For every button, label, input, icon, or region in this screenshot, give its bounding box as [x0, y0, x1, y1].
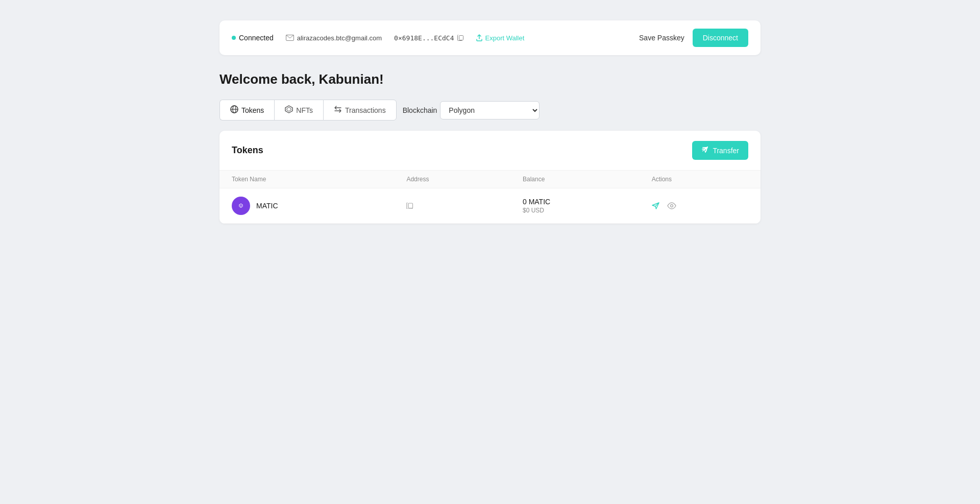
- top-bar: Connected alirazacodes.btc@gmail.com 0×6…: [219, 20, 761, 55]
- tokens-tab-label: Tokens: [241, 106, 264, 114]
- wallet-address-text: 0×6918E...ECdC4: [394, 34, 454, 42]
- save-passkey-button[interactable]: Save Passkey: [639, 34, 684, 42]
- nfts-tab-label: NFTs: [296, 106, 313, 114]
- table-header-row: Token Name Address Balance Actions: [219, 171, 761, 188]
- token-actions-cell: [640, 188, 761, 224]
- balance-usd: $0 USD: [523, 207, 627, 214]
- svg-marker-5: [285, 106, 292, 113]
- disconnect-button[interactable]: Disconnect: [693, 29, 748, 47]
- token-name-text: MATIC: [256, 202, 278, 210]
- col-balance: Balance: [510, 171, 640, 188]
- transactions-tab-label: Transactions: [345, 106, 386, 114]
- transfer-icon: [701, 146, 708, 155]
- col-actions: Actions: [640, 171, 761, 188]
- col-address: Address: [394, 171, 510, 188]
- export-wallet-label: Export Wallet: [485, 34, 525, 42]
- token-address-cell: [394, 188, 510, 224]
- view-token-icon[interactable]: [667, 202, 676, 209]
- svg-point-11: [670, 205, 673, 207]
- tokens-tab-icon: [230, 105, 238, 115]
- copy-address-icon[interactable]: [457, 34, 464, 42]
- svg-rect-9: [408, 203, 413, 208]
- table-row: MATIC 0 MATIC $0 USD: [219, 188, 761, 224]
- tokens-card-title: Tokens: [232, 145, 263, 156]
- svg-marker-6: [287, 107, 291, 111]
- token-name-cell: MATIC: [219, 188, 394, 224]
- welcome-heading: Welcome back, Kabunian!: [219, 71, 761, 87]
- tokens-table: Token Name Address Balance Actions: [219, 170, 761, 224]
- copy-token-address-icon[interactable]: [406, 203, 413, 210]
- transactions-tab-icon: [334, 105, 342, 115]
- connected-dot-icon: [232, 36, 236, 40]
- tab-nfts[interactable]: NFTs: [274, 100, 323, 121]
- tab-tokens[interactable]: Tokens: [219, 100, 274, 121]
- tokens-card: Tokens Transfer Token N: [219, 131, 761, 224]
- token-balance-cell: 0 MATIC $0 USD: [510, 188, 640, 224]
- wallet-address-section: 0×6918E...ECdC4: [394, 34, 463, 42]
- email-section: alirazacodes.btc@gmail.com: [286, 34, 382, 42]
- top-bar-left: Connected alirazacodes.btc@gmail.com 0×6…: [232, 34, 627, 42]
- email-icon: [286, 35, 294, 41]
- connected-badge: Connected: [232, 34, 274, 42]
- transfer-button[interactable]: Transfer: [692, 141, 748, 160]
- transfer-label: Transfer: [713, 147, 739, 155]
- balance-amount: 0 MATIC: [523, 198, 627, 206]
- nfts-tab-icon: [285, 105, 293, 115]
- tab-transactions[interactable]: Transactions: [323, 100, 397, 121]
- tokens-card-header: Tokens Transfer: [219, 131, 761, 170]
- send-token-icon[interactable]: [652, 202, 660, 210]
- connected-label: Connected: [239, 34, 274, 42]
- svg-rect-1: [459, 35, 463, 40]
- blockchain-label: Blockchain: [403, 106, 437, 114]
- tab-bar: Tokens NFTs Transactions Blockchain Pol: [219, 100, 761, 121]
- top-bar-right: Save Passkey Disconnect: [639, 29, 748, 47]
- blockchain-select[interactable]: Polygon Ethereum Binance Smart Chain: [440, 101, 540, 119]
- export-wallet-link[interactable]: Export Wallet: [476, 34, 525, 42]
- matic-logo: [232, 197, 250, 215]
- col-token-name: Token Name: [219, 171, 394, 188]
- email-address: alirazacodes.btc@gmail.com: [297, 34, 382, 42]
